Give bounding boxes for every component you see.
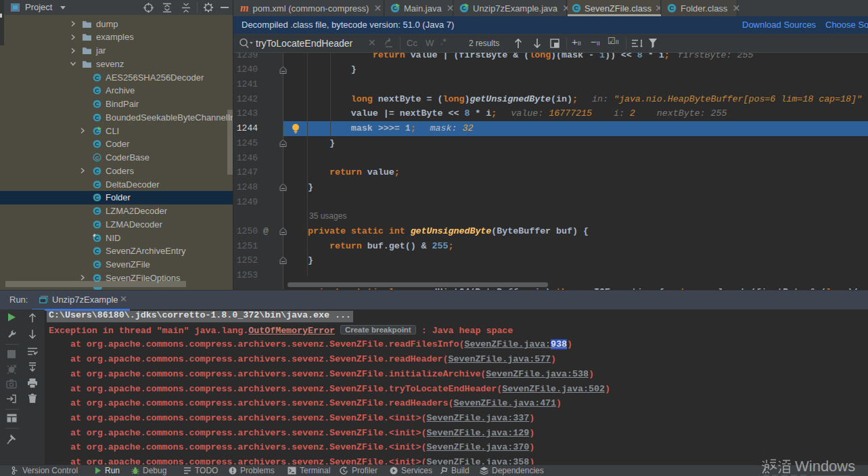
svg-text:C: C bbox=[95, 234, 99, 241]
svg-text:C: C bbox=[95, 155, 99, 161]
